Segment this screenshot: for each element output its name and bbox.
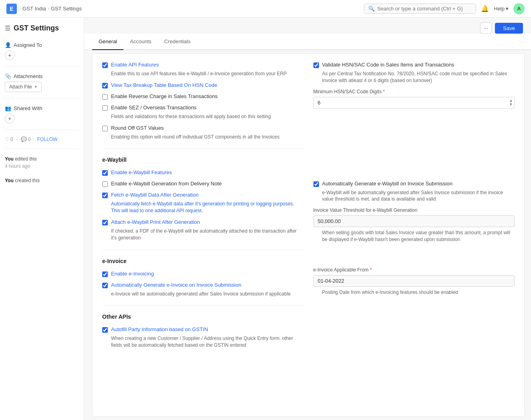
view-tax-checkbox[interactable] [102, 83, 108, 88]
round-off-label[interactable]: Round Off GST Values [111, 125, 164, 131]
round-off-row: Round Off GST Values [102, 125, 304, 131]
required-marker-2: * [370, 267, 372, 273]
hamburger-menu-icon[interactable]: ☰ [5, 24, 10, 32]
heart-icon: ♡ [5, 137, 9, 142]
plus-icon: + [34, 84, 37, 90]
attach-file-button[interactable]: Attach File + [5, 82, 42, 92]
enable-api-row: Enable API Features [102, 62, 304, 68]
avatar[interactable]: A [513, 3, 525, 14]
view-tax-label[interactable]: View Tax Breakup Table Based On HSN Code [111, 82, 217, 88]
validate-hsn-label[interactable]: Validate HSN/SAC Code in Sales Items and… [322, 62, 454, 68]
shared-with-section: 👥 Shared With + [5, 105, 79, 123]
ewaybill-section-title: e-Waybill [102, 157, 304, 163]
threshold-input[interactable] [313, 215, 515, 227]
section-divider-3 [102, 305, 304, 305]
fetch-ewaybill-helper: Automatically fetch e-Waybill data after… [111, 201, 304, 214]
decrement-button[interactable]: ▼ [509, 102, 513, 107]
spacer-2 [313, 248, 515, 264]
sez-label[interactable]: Enable SEZ / Overseas Transactions [111, 104, 196, 111]
help-button[interactable]: Help ▾ [494, 6, 509, 12]
social-row: ♡ 0 · 💬 0 FOLLOW [5, 137, 79, 142]
sez-row: Enable SEZ / Overseas Transactions [102, 104, 304, 111]
reverse-charge-label[interactable]: Enable Reverse Charge in Sales Transacti… [111, 93, 218, 99]
save-button[interactable]: Save [495, 23, 523, 34]
auto-ewaybill-label[interactable]: Automatically Generate e-Waybill on Invo… [322, 181, 452, 187]
search-box[interactable]: 🔍 [364, 4, 476, 14]
autofill-party-row: Autofill Party Information based on GSTI… [102, 326, 304, 333]
enable-einvoice-checkbox[interactable] [102, 271, 108, 277]
divider-1 [5, 66, 79, 67]
topnav-left: E › GST India › GST Settings [6, 4, 82, 14]
threshold-helper: When selling goods with total Sales Invo… [322, 229, 515, 243]
breadcrumb-gst-settings: GST Settings [51, 6, 82, 12]
activity-item-1: You created this [5, 177, 79, 184]
ewaybill-delivery-checkbox[interactable] [102, 181, 108, 187]
chevron-down-icon: ▾ [506, 6, 509, 12]
section-divider-2 [102, 249, 304, 250]
einvoice-from-input-wrap [313, 275, 515, 287]
section-divider-1 [102, 148, 304, 149]
auto-einvoice-checkbox[interactable] [102, 283, 108, 288]
sez-checkbox[interactable] [102, 105, 108, 111]
enable-api-checkbox[interactable] [102, 62, 108, 68]
threshold-field-wrap: Invoice Value Threshold for e-Waybill Ge… [313, 207, 515, 227]
autofill-party-label[interactable]: Autofill Party Information based on GSTI… [111, 326, 208, 332]
round-off-helper: Enabling this option will round off indi… [111, 134, 304, 141]
notification-bell-icon[interactable]: 🔔 [481, 5, 489, 12]
reverse-charge-checkbox[interactable] [102, 94, 108, 100]
shared-with-label: 👥 Shared With [5, 105, 79, 111]
hsn-code-digits-input[interactable] [313, 97, 515, 109]
divider-2 [5, 98, 79, 99]
enable-api-label[interactable]: Enable API Features [111, 62, 159, 68]
round-off-checkbox[interactable] [102, 126, 108, 131]
left-column: Enable API Features Enable this to use A… [102, 62, 304, 354]
enable-api-helper: Enable this to use API features like e-W… [111, 70, 304, 77]
app-logo[interactable]: E [6, 4, 17, 14]
divider-4 [5, 149, 79, 149]
main-header: ··· Save [84, 18, 531, 34]
comment-icon: 💬 [21, 137, 27, 142]
settings-grid: Enable API Features Enable this to use A… [102, 62, 515, 354]
enable-einvoice-label[interactable]: Enable e-Invoicing [111, 271, 154, 277]
tab-accounts[interactable]: Accounts [123, 34, 157, 50]
auto-einvoice-label[interactable]: Automatically Generate e-Invoice on Invo… [111, 282, 241, 288]
divider-3 [5, 130, 79, 130]
ewaybill-delivery-label[interactable]: Enable e-Waybill Generation from Deliver… [111, 181, 222, 187]
attach-ewaybill-row: Attach e-Waybill Print After Generation [102, 219, 304, 225]
einvoice-from-label: e-Invoice Applicable From * [313, 267, 515, 273]
spinners: ▲ ▼ [509, 98, 513, 107]
fetch-ewaybill-checkbox[interactable] [102, 193, 108, 198]
sidebar-header: ☰ GST Settings [5, 24, 79, 36]
follow-button[interactable]: FOLLOW [37, 137, 58, 142]
comments-button[interactable]: 💬 0 [21, 137, 31, 142]
attach-ewaybill-checkbox[interactable] [102, 220, 108, 225]
fetch-ewaybill-label[interactable]: Fetch e-Waybill Data After Generation [111, 192, 198, 198]
add-shared-with-button[interactable]: + [5, 114, 14, 123]
auto-ewaybill-checkbox[interactable] [313, 181, 319, 187]
likes-button[interactable]: ♡ 0 [5, 137, 13, 142]
more-options-button[interactable]: ··· [480, 22, 492, 34]
attach-ewaybill-label[interactable]: Attach e-Waybill Print After Generation [111, 219, 200, 225]
topnav-right: 🔍 🔔 Help ▾ A [364, 3, 525, 14]
reverse-charge-row: Enable Reverse Charge in Sales Transacti… [102, 93, 304, 100]
top-navigation: E › GST India › GST Settings 🔍 🔔 Help ▾ … [0, 0, 531, 18]
attachments-label: 📎 Attachments [5, 73, 79, 79]
validate-hsn-checkbox[interactable] [313, 62, 319, 68]
breadcrumb-gst-india[interactable]: GST India [22, 6, 46, 12]
autofill-party-checkbox[interactable] [102, 327, 108, 333]
enable-ewaybill-checkbox[interactable] [102, 170, 108, 176]
validate-hsn-row: Validate HSN/SAC Code in Sales Items and… [313, 62, 515, 68]
search-input[interactable] [377, 6, 472, 12]
auto-einvoice-row: Automatically Generate e-Invoice on Invo… [102, 282, 304, 288]
auto-einvoice-helper: e-Invoice will be automatically generate… [111, 291, 304, 297]
tab-credentials[interactable]: Credentials [158, 34, 197, 50]
threshold-field-label: Invoice Value Threshold for e-Waybill Ge… [313, 207, 515, 213]
user-icon: 👤 [5, 42, 11, 48]
enable-ewaybill-label[interactable]: Enable e-Waybill Features [111, 169, 172, 175]
enable-ewaybill-row: Enable e-Waybill Features [102, 169, 304, 176]
required-marker: * [383, 89, 385, 94]
activity-log: You edited this 4 hours ago You created … [5, 155, 79, 184]
add-assigned-to-button[interactable]: + [5, 50, 14, 60]
einvoice-from-input[interactable] [313, 275, 515, 287]
tab-general[interactable]: General [92, 34, 123, 50]
